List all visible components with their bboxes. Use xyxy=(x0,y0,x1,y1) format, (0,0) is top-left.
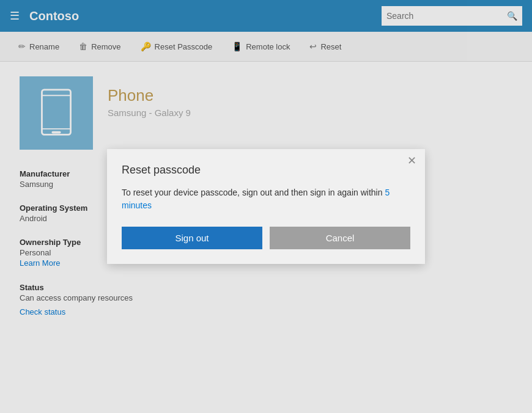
modal-title: Reset passcode xyxy=(122,164,410,177)
sign-out-button[interactable]: Sign out xyxy=(122,227,262,249)
reset-passcode-modal: ✕ Reset passcode To reset your device pa… xyxy=(107,149,425,264)
modal-overlay: ✕ Reset passcode To reset your device pa… xyxy=(0,0,532,413)
cancel-button[interactable]: Cancel xyxy=(270,227,410,249)
modal-actions: Sign out Cancel xyxy=(122,227,410,249)
modal-close-button[interactable]: ✕ xyxy=(407,155,416,166)
modal-body: To reset your device passcode, sign out … xyxy=(122,186,410,212)
modal-body-text: To reset your device passcode, sign out … xyxy=(122,188,385,197)
